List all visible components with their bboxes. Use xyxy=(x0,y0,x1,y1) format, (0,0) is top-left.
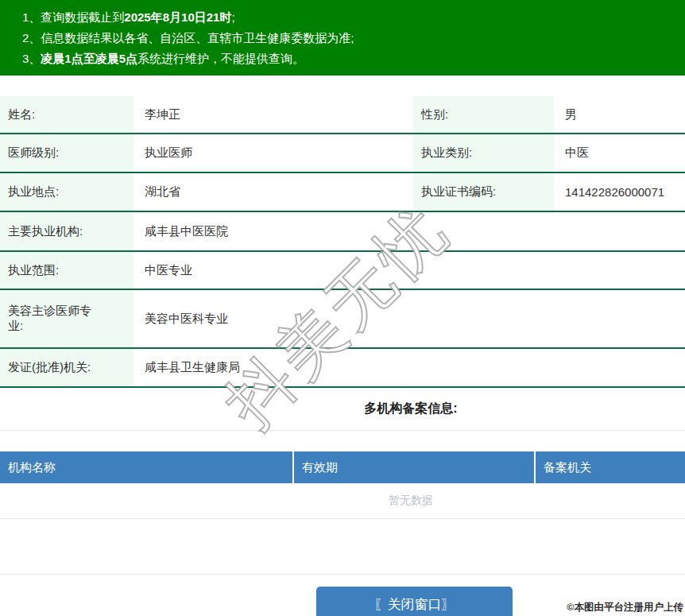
column-institution-name: 机构名称 xyxy=(0,451,292,483)
name-value: 李坤正 xyxy=(134,96,413,133)
practice-scope-value: 中医专业 xyxy=(134,252,685,289)
table-row: 执业范围: 中医专业 xyxy=(0,252,685,290)
table-row: 主要执业机构: 咸丰县中医医院 xyxy=(0,212,685,252)
doctor-level-label: 医师级别: xyxy=(0,134,134,172)
table-row: 医师级别: 执业医师 执业类别: 中医 xyxy=(0,134,685,173)
gender-label: 性别: xyxy=(413,96,554,133)
upload-credit-text: ©本图由平台注册用户上传 xyxy=(567,601,683,614)
cosmetic-specialty-label: 美容主诊医师专业: xyxy=(0,290,134,347)
certificate-number-value: 141422826000071 xyxy=(554,173,685,211)
notice-banner: 1、查询数据截止到2025年8月10日21时; 2、信息数据结果以各省、自治区、… xyxy=(0,0,685,76)
section-title-text: 多机构备案信息: xyxy=(364,401,457,417)
main-institution-value: 咸丰县中医医院 xyxy=(134,212,685,250)
practice-category-label: 执业类别: xyxy=(413,134,554,172)
gender-value: 男 xyxy=(554,96,685,133)
column-filing-authority: 备案机关 xyxy=(534,451,685,483)
notice-line-2: 2、信息数据结果以各省、自治区、直辖市卫生健康委数据为准; xyxy=(22,28,677,48)
cosmetic-specialty-value: 美容中医科专业 xyxy=(134,290,685,347)
practitioner-info-table: 姓名: 李坤正 性别: 男 医师级别: 执业医师 执业类别: 中医 执业地点: … xyxy=(0,96,685,388)
table-row: 美容主诊医师专业: 美容中医科专业 xyxy=(0,290,685,349)
practice-category-value: 中医 xyxy=(554,134,685,172)
records-table-header: 机构名称 有效期 备案机关 xyxy=(0,451,685,483)
records-empty-state: 暂无数据 xyxy=(0,483,685,519)
notice-line-1: 1、查询数据截止到2025年8月10日21时; xyxy=(22,7,677,28)
close-window-button[interactable]: 〖关闭窗口〗 xyxy=(316,587,513,616)
practice-location-label: 执业地点: xyxy=(0,173,134,211)
practice-location-value: 湖北省 xyxy=(134,173,413,211)
multi-institution-section-title: 多机构备案信息: xyxy=(0,388,685,431)
issuing-authority-label: 发证(批准)机关: xyxy=(0,349,134,386)
doctor-level-value: 执业医师 xyxy=(134,134,413,172)
practitioner-query-result-page: 1、查询数据截止到2025年8月10日21时; 2、信息数据结果以各省、自治区、… xyxy=(0,0,685,616)
main-institution-label: 主要执业机构: xyxy=(0,212,134,250)
table-row: 执业地点: 湖北省 执业证书编码: 141422826000071 xyxy=(0,173,685,212)
table-row: 发证(批准)机关: 咸丰县卫生健康局 xyxy=(0,349,685,388)
name-label: 姓名: xyxy=(0,96,134,133)
notice-line-3: 3、凌晨1点至凌晨5点系统进行维护，不能提供查询。 xyxy=(22,48,677,69)
certificate-number-label: 执业证书编码: xyxy=(413,173,554,211)
issuing-authority-value: 咸丰县卫生健康局 xyxy=(134,349,685,386)
column-validity-period: 有效期 xyxy=(292,451,534,483)
table-row: 姓名: 李坤正 性别: 男 xyxy=(0,96,685,134)
practice-scope-label: 执业范围: xyxy=(0,252,134,289)
